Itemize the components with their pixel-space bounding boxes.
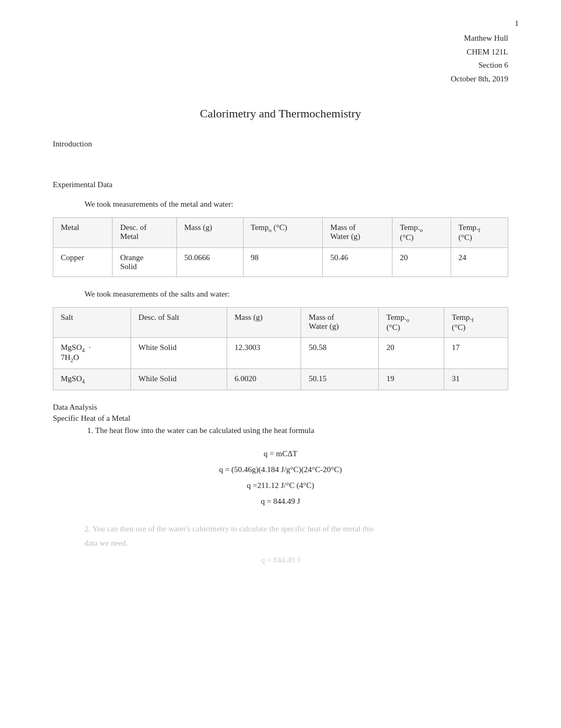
analysis-list: The heat flow into the water can be calc… — [95, 426, 508, 435]
course-name: CHEM 121L — [53, 45, 508, 59]
metal-row-desc: OrangeSolid — [113, 248, 176, 277]
specific-heat-label: Specific Heat of a Metal — [53, 414, 508, 423]
salt-row2-tempo: 19 — [379, 369, 444, 390]
salt-tempo-col-header: Temp.o(°C) — [379, 308, 444, 338]
salt-mass-water-col-header: Mass ofWater (g) — [301, 308, 379, 338]
experimental-data-label: Experimental Data — [53, 180, 508, 189]
salt-tempf-col-header: Temp.f(°C) — [444, 308, 508, 338]
mass-col-header: Mass (g) — [176, 218, 243, 248]
metal-col-header: Metal — [53, 218, 113, 248]
metal-row-mass-water: 50.46 — [323, 248, 392, 277]
salt-row2-desc: While Solid — [131, 369, 227, 390]
metal-row-mass: 50.0666 — [176, 248, 243, 277]
salt-col-header: Salt — [53, 308, 131, 338]
salt-row1-tempf: 17 — [444, 338, 508, 369]
header-info: Matthew Hull CHEM 121L Section 6 October… — [53, 32, 508, 86]
metal-row-metal: Copper — [53, 248, 113, 277]
equation-block: q = mCΔT q = (50.46g)(4.184 J/g°C)(24°C-… — [53, 446, 508, 509]
tempo2-col-header: Temp.o(°C) — [392, 218, 451, 248]
desc-salt-col-header: Desc. of Salt — [131, 308, 227, 338]
salt-table: Salt Desc. of Salt Mass (g) Mass ofWater… — [53, 307, 508, 390]
salt-row1-mass: 12.3003 — [227, 338, 301, 369]
metal-intro-text: We took measurements of the metal and wa… — [85, 200, 508, 209]
metal-row-tempf: 24 — [451, 248, 508, 277]
eq-line2: q = (50.46g)(4.184 J/g°C)(24°C-20°C) — [53, 462, 508, 477]
eq-line4: q = 844.49 J — [53, 493, 508, 509]
salt-row1-desc: White Solid — [131, 338, 227, 369]
tempf-col-header: Temp.f(°C) — [451, 218, 508, 248]
salt-row2-tempf: 31 — [444, 369, 508, 390]
metal-row-tempo2: 20 — [392, 248, 451, 277]
salt-intro-text: We took measurements of the salts and wa… — [85, 290, 508, 299]
salt-mass-col-header: Mass (g) — [227, 308, 301, 338]
blurred-text-section: 2. You can then use of the water's calor… — [85, 522, 508, 550]
date: October 8th, 2019 — [53, 72, 508, 86]
list-item-1: The heat flow into the water can be calc… — [95, 426, 508, 435]
metal-row-tempo: 98 — [243, 248, 323, 277]
mass-water-col-header: Mass ofWater (g) — [323, 218, 392, 248]
blurred-equation: q = 844.49 J — [53, 556, 508, 565]
metal-table: Metal Desc. ofMetal Mass (g) Tempo (°C) … — [53, 217, 508, 277]
data-analysis-label: Data Analysis — [53, 403, 508, 412]
eq-line3: q =211.12 J/°C (4°C) — [53, 477, 508, 493]
salt-row2-mass: 6.0020 — [227, 369, 301, 390]
introduction-label: Introduction — [53, 140, 508, 149]
blurred-line2: data we need. — [85, 536, 508, 550]
section-name: Section 6 — [53, 59, 508, 72]
page-title: Calorimetry and Thermochemistry — [53, 107, 508, 121]
salt-row2-salt: MgSO4 — [53, 369, 131, 390]
salt-row1-salt: MgSO4 ·7H2O — [53, 338, 131, 369]
salt-row1-tempo: 20 — [379, 338, 444, 369]
page-number: 1 — [515, 19, 519, 28]
desc-metal-col-header: Desc. ofMetal — [113, 218, 176, 248]
author-name: Matthew Hull — [53, 32, 508, 45]
salt-row1-mass-water: 50.58 — [301, 338, 379, 369]
salt-row2-mass-water: 50.15 — [301, 369, 379, 390]
tempo-col-header: Tempo (°C) — [243, 218, 323, 248]
blurred-line1: 2. You can then use of the water's calor… — [85, 522, 508, 536]
eq-line1: q = mCΔT — [53, 446, 508, 462]
